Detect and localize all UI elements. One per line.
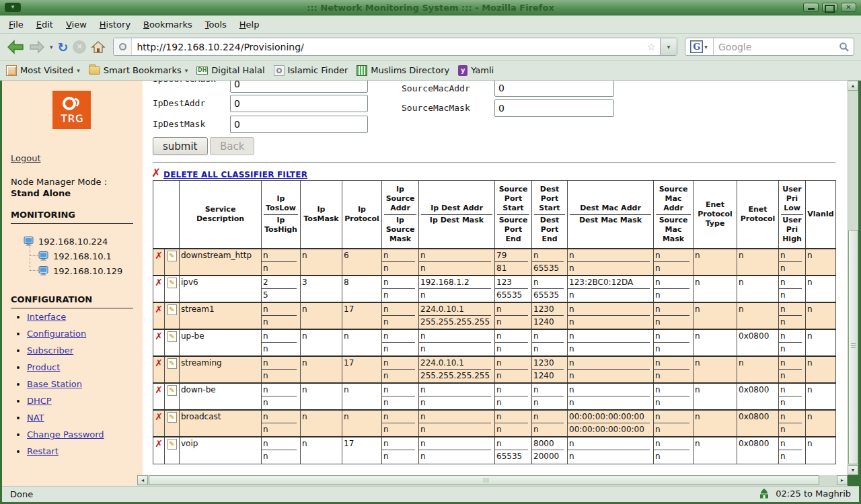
cell-value: n — [654, 262, 693, 275]
chevron-down-icon: ▾ — [185, 67, 188, 74]
cell-value: n — [654, 450, 693, 463]
cell-value: 17 — [342, 437, 381, 450]
sidebar-link-item: NAT — [27, 413, 104, 423]
ip-source-mask-input[interactable] — [230, 81, 368, 93]
maximize-icon[interactable] — [822, 3, 837, 12]
delete-row-icon[interactable]: ✗ — [155, 331, 163, 341]
url-text[interactable]: http://192.168.10.224/Provisioning/ — [132, 42, 642, 52]
sidebar-link[interactable]: Interface — [27, 312, 66, 322]
back-icon[interactable] — [7, 37, 24, 57]
edit-row-icon[interactable]: ✎ — [167, 278, 177, 288]
bookmark-muslims-directory[interactable]: Muslims Directory — [357, 65, 449, 76]
sidebar-link[interactable]: Configuration — [27, 329, 86, 339]
scroll-left-icon[interactable]: ◂ — [137, 475, 148, 485]
delete-row-icon[interactable]: ✗ — [155, 438, 163, 449]
search-magnifier-icon[interactable] — [835, 42, 854, 52]
column-header: EnetProtocol — [737, 181, 779, 249]
home-icon[interactable] — [91, 37, 106, 57]
trg-logo: TRG — [52, 91, 91, 132]
configuration-links: Interface Configuration Subscriber Produ… — [16, 312, 104, 463]
table-row: ✗✎streamingnnn17nn224.0.10.1255.255.255.… — [153, 356, 836, 383]
cell-value: n — [568, 396, 653, 409]
cell-value: n — [654, 437, 689, 450]
close-icon[interactable]: ✕ — [841, 3, 856, 12]
edit-row-icon[interactable]: ✎ — [167, 331, 177, 342]
edit-row-icon[interactable]: ✎ — [167, 439, 177, 450]
submit-button[interactable]: submit — [153, 137, 208, 155]
minimize-icon[interactable] — [803, 3, 819, 12]
menu-item[interactable]: Edit — [36, 19, 53, 30]
edit-row-icon[interactable]: ✎ — [167, 358, 177, 369]
bookmark-islamic-finder[interactable]: Islamic Finder — [274, 65, 348, 76]
menubar: FileEditViewHistoryBookmarksToolsHelp — [0, 15, 861, 34]
sidebar-link[interactable]: Subscriber — [27, 345, 73, 355]
delete-row-icon[interactable]: ✗ — [155, 304, 163, 314]
delete-row-icon[interactable]: ✗ — [155, 411, 163, 422]
vertical-scrollbar-thumb[interactable] — [848, 230, 858, 464]
delete-all-classifier-link[interactable]: DELETE ALL CLASSIFIER FILTER — [163, 170, 307, 179]
delete-row-icon[interactable]: ✗ — [155, 250, 163, 261]
edit-row-icon[interactable]: ✎ — [167, 412, 177, 423]
cell-value: n — [779, 289, 805, 302]
tree-node-label: 192.168.10.1 — [53, 251, 112, 261]
bookmark-yamli[interactable]: y Yamli — [458, 65, 494, 76]
scroll-up-icon[interactable]: ▴ — [848, 81, 858, 91]
menu-item[interactable]: View — [66, 19, 87, 30]
cell-value: n — [532, 384, 564, 396]
search-engine-selector[interactable]: G ▾ — [685, 38, 714, 55]
field-label: SourceMacAddr — [402, 83, 470, 93]
menu-item[interactable]: File — [9, 19, 24, 30]
bookmark-star-icon[interactable]: ☆ — [643, 41, 660, 53]
cell-value: 1240 — [532, 370, 567, 382]
delete-row-icon[interactable]: ✗ — [155, 358, 163, 368]
bookmark-digital-halal[interactable]: DH Digital Halal — [196, 65, 264, 75]
cell-value: n — [301, 303, 342, 316]
edit-row-icon[interactable]: ✎ — [167, 251, 177, 261]
cell-value: n — [262, 423, 300, 436]
url-dropdown-icon[interactable]: ▾ — [660, 38, 677, 56]
forward-icon[interactable] — [29, 37, 45, 57]
tree-node-root[interactable]: 192.168.10.224 — [24, 234, 122, 249]
ip-dest-mask-input[interactable] — [230, 116, 368, 133]
delete-all-x-icon[interactable]: ✗ — [151, 166, 161, 179]
bookmark-smart-bookmarks[interactable]: Smart Bookmarks ▾ — [89, 65, 188, 75]
cell-value: n — [495, 316, 531, 329]
menu-item[interactable]: Tools — [205, 19, 227, 30]
titlebar: ▾ ::: Network Monitoring System ::: - Mo… — [0, 0, 861, 15]
search-bar[interactable]: G ▾ Google — [685, 38, 854, 56]
delete-row-icon[interactable]: ✗ — [155, 384, 163, 395]
scroll-down-icon[interactable]: ▾ — [848, 465, 858, 475]
search-input[interactable]: Google — [714, 42, 835, 52]
cell-value: n — [495, 384, 528, 396]
cell-value: 224.0.10.1 — [419, 357, 491, 370]
tree-node-child[interactable]: 192.168.10.129 — [38, 263, 122, 278]
menu-item[interactable]: History — [100, 19, 130, 30]
sidebar-link[interactable]: Change Password — [27, 429, 104, 439]
bookmark-most-visited[interactable]: Most Visited ▾ — [6, 65, 80, 76]
edit-row-icon[interactable]: ✎ — [167, 385, 177, 396]
logout-link[interactable]: Logout — [11, 153, 41, 163]
sidebar-link[interactable]: DHCP — [27, 396, 52, 406]
menu-item[interactable]: Help — [239, 19, 260, 30]
menu-item[interactable]: Bookmarks — [143, 19, 192, 30]
delete-row-icon[interactable]: ✗ — [155, 277, 163, 288]
horizontal-scrollbar-thumb[interactable] — [149, 475, 819, 485]
tree-node-child[interactable]: 192.168.10.1 — [38, 249, 122, 263]
vertical-scrollbar[interactable]: ▴ ▾ — [848, 81, 858, 475]
source-mac-mask-input[interactable] — [494, 99, 614, 117]
reload-icon[interactable]: ↻ — [58, 37, 69, 57]
scroll-right-icon[interactable]: ▸ — [837, 475, 848, 485]
history-dropdown-icon[interactable]: ▾ — [50, 37, 53, 57]
sidebar-link[interactable]: Base Station — [27, 379, 82, 389]
sidebar-link[interactable]: Product — [27, 362, 60, 372]
sidebar-link[interactable]: NAT — [27, 413, 44, 423]
ip-dest-addr-input[interactable] — [230, 95, 368, 112]
source-mac-addr-input[interactable] — [494, 81, 614, 97]
divider — [153, 162, 835, 163]
url-bar[interactable]: http://192.168.10.224/Provisioning/ ☆ ▾ — [113, 38, 677, 56]
cell-value: n — [419, 396, 494, 409]
cell-value: 65535 — [532, 262, 567, 275]
edit-row-icon[interactable]: ✎ — [167, 304, 177, 315]
sidebar-link[interactable]: Restart — [27, 446, 59, 456]
horizontal-scrollbar[interactable]: ◂ ▸ — [137, 475, 848, 486]
